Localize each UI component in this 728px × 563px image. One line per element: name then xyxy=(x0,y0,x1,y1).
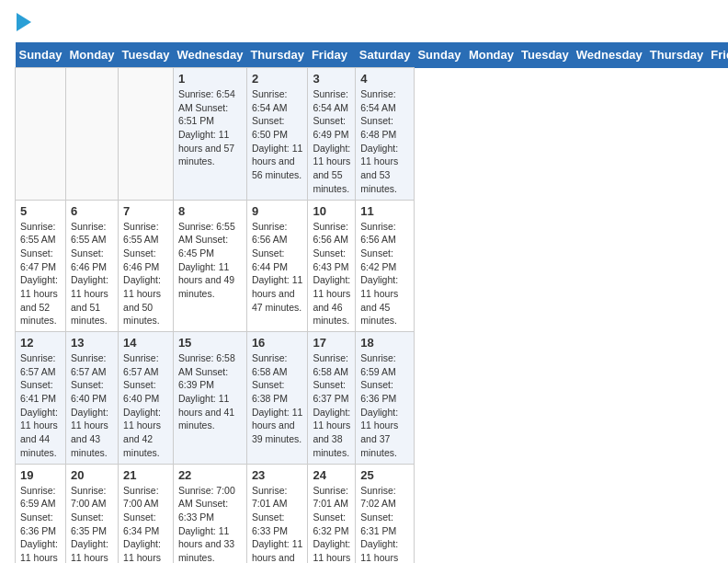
day-info: Sunrise: 6:55 AM Sunset: 6:45 PM Dayligh… xyxy=(178,220,242,301)
calendar-week-1: 1Sunrise: 6:54 AM Sunset: 6:51 PM Daylig… xyxy=(16,68,729,201)
calendar-cell: 25Sunrise: 7:02 AM Sunset: 6:31 PM Dayli… xyxy=(356,464,415,563)
day-number: 22 xyxy=(178,468,242,482)
calendar-cell: 16Sunrise: 6:58 AM Sunset: 6:38 PM Dayli… xyxy=(246,332,308,465)
day-number: 25 xyxy=(360,468,409,482)
calendar-cell: 22Sunrise: 7:00 AM Sunset: 6:33 PM Dayli… xyxy=(173,464,246,563)
day-number: 8 xyxy=(178,204,242,218)
day-info: Sunrise: 6:57 AM Sunset: 6:40 PM Dayligh… xyxy=(123,351,168,460)
day-info: Sunrise: 6:59 AM Sunset: 6:36 PM Dayligh… xyxy=(360,351,409,460)
calendar-cell: 1Sunrise: 6:54 AM Sunset: 6:51 PM Daylig… xyxy=(173,68,246,201)
day-info: Sunrise: 6:55 AM Sunset: 6:47 PM Dayligh… xyxy=(20,220,61,328)
day-info: Sunrise: 6:59 AM Sunset: 6:36 PM Dayligh… xyxy=(20,484,61,564)
day-info: Sunrise: 6:55 AM Sunset: 6:46 PM Dayligh… xyxy=(123,220,168,328)
header-monday: Monday xyxy=(465,42,518,68)
header-wednesday: Wednesday xyxy=(573,42,646,68)
day-number: 12 xyxy=(20,336,61,350)
calendar-cell: 15Sunrise: 6:58 AM Sunset: 6:39 PM Dayli… xyxy=(173,332,246,465)
day-info: Sunrise: 6:56 AM Sunset: 6:43 PM Dayligh… xyxy=(313,220,350,328)
day-info: Sunrise: 7:00 AM Sunset: 6:33 PM Dayligh… xyxy=(178,484,242,564)
day-number: 17 xyxy=(313,336,350,350)
day-info: Sunrise: 7:01 AM Sunset: 6:32 PM Dayligh… xyxy=(313,484,350,564)
header-sunday: Sunday xyxy=(414,42,464,68)
calendar-cell: 24Sunrise: 7:01 AM Sunset: 6:32 PM Dayli… xyxy=(308,464,356,563)
day-number: 5 xyxy=(20,204,61,218)
calendar-cell: 6Sunrise: 6:55 AM Sunset: 6:46 PM Daylig… xyxy=(65,200,118,332)
calendar-cell xyxy=(65,68,118,201)
day-info: Sunrise: 7:00 AM Sunset: 6:34 PM Dayligh… xyxy=(123,484,168,564)
day-number: 19 xyxy=(20,468,61,482)
header-tuesday: Tuesday xyxy=(518,42,573,68)
calendar-cell: 12Sunrise: 6:57 AM Sunset: 6:41 PM Dayli… xyxy=(16,332,66,465)
calendar-cell: 4Sunrise: 6:54 AM Sunset: 6:48 PM Daylig… xyxy=(356,68,415,201)
calendar-cell: 7Sunrise: 6:55 AM Sunset: 6:46 PM Daylig… xyxy=(119,200,174,332)
day-number: 3 xyxy=(313,72,350,86)
calendar-cell: 8Sunrise: 6:55 AM Sunset: 6:45 PM Daylig… xyxy=(173,200,246,332)
calendar-cell xyxy=(16,68,66,201)
day-info: Sunrise: 6:56 AM Sunset: 6:44 PM Dayligh… xyxy=(252,220,303,315)
day-info: Sunrise: 6:54 AM Sunset: 6:48 PM Dayligh… xyxy=(360,87,409,196)
day-info: Sunrise: 6:57 AM Sunset: 6:41 PM Dayligh… xyxy=(20,351,61,460)
header-tuesday: Tuesday xyxy=(119,42,174,68)
calendar-cell: 11Sunrise: 6:56 AM Sunset: 6:42 PM Dayli… xyxy=(356,200,415,332)
header-sunday: Sunday xyxy=(16,42,66,68)
calendar-cell: 17Sunrise: 6:58 AM Sunset: 6:37 PM Dayli… xyxy=(308,332,356,465)
logo-arrow-icon xyxy=(17,13,31,31)
calendar-cell: 13Sunrise: 6:57 AM Sunset: 6:40 PM Dayli… xyxy=(65,332,118,465)
header-friday: Friday xyxy=(308,42,356,68)
day-info: Sunrise: 7:01 AM Sunset: 6:33 PM Dayligh… xyxy=(252,484,303,564)
page-header xyxy=(15,15,713,31)
day-info: Sunrise: 6:57 AM Sunset: 6:40 PM Dayligh… xyxy=(71,351,113,460)
calendar-week-2: 5Sunrise: 6:55 AM Sunset: 6:47 PM Daylig… xyxy=(16,200,729,332)
calendar-header-row: SundayMondayTuesdayWednesdayThursdayFrid… xyxy=(16,42,729,68)
calendar-cell: 9Sunrise: 6:56 AM Sunset: 6:44 PM Daylig… xyxy=(246,200,308,332)
calendar-week-3: 12Sunrise: 6:57 AM Sunset: 6:41 PM Dayli… xyxy=(16,332,729,465)
calendar-cell: 21Sunrise: 7:00 AM Sunset: 6:34 PM Dayli… xyxy=(119,464,174,563)
header-monday: Monday xyxy=(65,42,118,68)
calendar-cell: 3Sunrise: 6:54 AM Sunset: 6:49 PM Daylig… xyxy=(308,68,356,201)
day-info: Sunrise: 6:54 AM Sunset: 6:50 PM Dayligh… xyxy=(252,87,303,182)
header-friday: Friday xyxy=(707,42,728,68)
day-number: 14 xyxy=(123,336,168,350)
calendar-cell: 20Sunrise: 7:00 AM Sunset: 6:35 PM Dayli… xyxy=(65,464,118,563)
day-info: Sunrise: 6:58 AM Sunset: 6:38 PM Dayligh… xyxy=(252,351,303,446)
day-number: 23 xyxy=(252,468,303,482)
day-number: 24 xyxy=(313,468,350,482)
day-info: Sunrise: 6:54 AM Sunset: 6:51 PM Dayligh… xyxy=(178,87,242,168)
day-number: 7 xyxy=(123,204,168,218)
day-number: 15 xyxy=(178,336,242,350)
calendar-table: SundayMondayTuesdayWednesdayThursdayFrid… xyxy=(15,42,728,563)
calendar-cell: 18Sunrise: 6:59 AM Sunset: 6:36 PM Dayli… xyxy=(356,332,415,465)
logo xyxy=(15,15,31,31)
day-number: 18 xyxy=(360,336,409,350)
calendar-cell: 2Sunrise: 6:54 AM Sunset: 6:50 PM Daylig… xyxy=(246,68,308,201)
day-number: 6 xyxy=(71,204,113,218)
day-number: 4 xyxy=(360,72,409,86)
day-number: 2 xyxy=(252,72,303,86)
calendar-cell xyxy=(119,68,174,201)
day-info: Sunrise: 6:56 AM Sunset: 6:42 PM Dayligh… xyxy=(360,220,409,328)
day-number: 16 xyxy=(252,336,303,350)
calendar-cell: 23Sunrise: 7:01 AM Sunset: 6:33 PM Dayli… xyxy=(246,464,308,563)
day-number: 1 xyxy=(178,72,242,86)
header-thursday: Thursday xyxy=(646,42,708,68)
header-wednesday: Wednesday xyxy=(173,42,246,68)
calendar-cell: 19Sunrise: 6:59 AM Sunset: 6:36 PM Dayli… xyxy=(16,464,66,563)
day-info: Sunrise: 6:58 AM Sunset: 6:37 PM Dayligh… xyxy=(313,351,350,460)
day-number: 11 xyxy=(360,204,409,218)
day-info: Sunrise: 7:02 AM Sunset: 6:31 PM Dayligh… xyxy=(360,484,409,564)
day-info: Sunrise: 6:55 AM Sunset: 6:46 PM Dayligh… xyxy=(71,220,113,328)
calendar-cell: 10Sunrise: 6:56 AM Sunset: 6:43 PM Dayli… xyxy=(308,200,356,332)
header-saturday: Saturday xyxy=(356,42,415,68)
day-info: Sunrise: 6:58 AM Sunset: 6:39 PM Dayligh… xyxy=(178,351,242,432)
calendar-week-4: 19Sunrise: 6:59 AM Sunset: 6:36 PM Dayli… xyxy=(16,464,729,563)
day-number: 10 xyxy=(313,204,350,218)
day-number: 21 xyxy=(123,468,168,482)
calendar-cell: 5Sunrise: 6:55 AM Sunset: 6:47 PM Daylig… xyxy=(16,200,66,332)
day-number: 9 xyxy=(252,204,303,218)
header-thursday: Thursday xyxy=(246,42,308,68)
day-number: 13 xyxy=(71,336,113,350)
day-info: Sunrise: 7:00 AM Sunset: 6:35 PM Dayligh… xyxy=(71,484,113,564)
calendar-cell: 14Sunrise: 6:57 AM Sunset: 6:40 PM Dayli… xyxy=(119,332,174,465)
day-number: 20 xyxy=(71,468,113,482)
day-info: Sunrise: 6:54 AM Sunset: 6:49 PM Dayligh… xyxy=(313,87,350,196)
